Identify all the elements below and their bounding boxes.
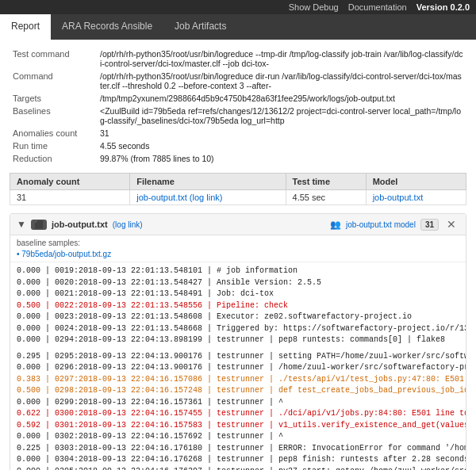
anomaly-count-cell: 31 — [10, 190, 130, 205]
info-value: 99.87% (from 7885 lines to 10) — [97, 152, 466, 165]
log-line: 0.000 | 0294:2018-09-13 22:04:13.898199 … — [17, 334, 459, 346]
log-line: 0.622 | 0300:2018-09-13 22:04:16.157455 … — [17, 408, 459, 420]
log-line: 0.000 | 0024:2018-09-13 22:01:13.548668 … — [17, 323, 459, 335]
job-icon: ⬛ — [31, 220, 47, 230]
info-label: Baselines — [10, 105, 97, 127]
test-time-cell: 4.55 sec — [286, 190, 366, 205]
tab-ara[interactable]: ARA Records Ansible — [51, 14, 163, 40]
log-line: 0.500 | 0022:2018-09-13 22:01:13.548556 … — [17, 300, 459, 312]
top-bar: Show Debug Documentation Version 0.2.0 — [0, 0, 476, 14]
info-value: <ZuulBuild id=79b5eda ref=refs/changes/1… — [97, 105, 466, 127]
info-label: Command — [10, 70, 97, 92]
people-icon: 👥 — [330, 220, 341, 230]
model-link[interactable]: job-output.txt — [373, 193, 424, 202]
info-label: Reduction — [10, 152, 97, 165]
log-line: 0.000 | 0302:2018-09-13 22:04:16.157692 … — [17, 431, 459, 443]
info-row: Baselines<ZuulBuild id=79b5eda ref=refs/… — [10, 105, 466, 127]
info-label: Run time — [10, 139, 97, 152]
baseline-area: baseline samples: 79b5eda/job-output.txt… — [10, 235, 466, 262]
info-value: /opt/rh/rh-python35/root/usr/bin/logredu… — [97, 70, 466, 92]
job-output-header: ▼ ⬛ job-output.txt (log link) 👥 job-outp… — [10, 214, 466, 235]
job-output-model-link[interactable]: job-output.txt model — [346, 220, 416, 229]
info-row: Run time4.55 seconds — [10, 139, 466, 152]
log-line: 0.225 | 0303:2018-09-13 22:04:16.176180 … — [17, 443, 459, 455]
info-table: Test command/opt/rh/rh-python35/root/usr… — [10, 48, 466, 165]
anomaly-table: Anomaly count Filename Test time Model 3… — [10, 173, 466, 205]
job-output-title: job-output.txt — [52, 220, 108, 229]
log-line: 0.383 | 0297:2018-09-13 22:04:16.157086 … — [17, 374, 459, 386]
info-row: Test command/opt/rh/rh-python35/root/usr… — [10, 48, 466, 70]
tab-report[interactable]: Report — [0, 14, 51, 40]
tab-artifacts[interactable]: Job Artifacts — [163, 14, 237, 40]
log-line: 0.500 | 0298:2018-09-13 22:04:16.157248 … — [17, 385, 459, 397]
col-test-time: Test time — [286, 174, 366, 190]
log-line: 0.000 | 0021:2018-09-13 22:01:13.548491 … — [17, 288, 459, 300]
filename-link[interactable]: job-output.txt (log link) — [136, 193, 222, 202]
info-value: /tmp/tmp2yxunem/2988664d5b9c4750b428a63f… — [97, 92, 466, 105]
log-line: 0.000 | 0299:2018-09-13 22:04:16.157361 … — [17, 397, 459, 409]
log-line: 0.000 | 0296:2018-09-13 22:04:13.900176 … — [17, 362, 459, 374]
log-line: 0.000 | 0305:2018-09-13 22:04:16.176397 … — [17, 466, 459, 471]
job-output-section: ▼ ⬛ job-output.txt (log link) 👥 job-outp… — [10, 213, 466, 470]
info-row: Anomalies count31 — [10, 127, 466, 139]
log-line: 0.000 | 0020:2018-09-13 22:01:13.548427 … — [17, 277, 459, 289]
documentation-link[interactable]: Documentation — [348, 2, 407, 12]
baseline-link[interactable]: 79b5eda/job-output.txt.gz — [17, 250, 111, 258]
version-label: Version 0.2.0 — [416, 2, 470, 12]
anomaly-badge: 31 — [420, 219, 439, 231]
col-model: Model — [366, 174, 466, 190]
log-line: 0.000 | 0304:2018-09-13 22:04:16.176268 … — [17, 454, 459, 466]
filename-cell: job-output.txt (log link) — [130, 190, 286, 205]
log-line: 0.592 | 0301:2018-09-13 22:04:16.157583 … — [17, 420, 459, 432]
info-label: Targets — [10, 92, 97, 105]
table-row: 31 job-output.txt (log link) 4.55 sec jo… — [10, 190, 466, 205]
close-button[interactable]: ✕ — [443, 218, 459, 231]
log-line: 0.295 | 0295:2018-09-13 22:04:13.900176 … — [17, 351, 459, 363]
col-filename: Filename — [130, 174, 286, 190]
info-value: 31 — [97, 127, 466, 139]
log-line: 0.000 | 0019:2018-09-13 22:01:13.548101 … — [17, 266, 459, 277]
col-anomaly-count: Anomaly count — [10, 174, 130, 190]
baseline-label: baseline samples: — [17, 239, 459, 247]
anomaly-section: Anomaly count Filename Test time Model 3… — [10, 173, 466, 205]
main-content: Test command/opt/rh/rh-python35/root/usr… — [0, 40, 476, 470]
info-row: Reduction99.87% (from 7885 lines to 10) — [10, 152, 466, 165]
model-cell: job-output.txt — [366, 190, 466, 205]
info-value: 4.55 seconds — [97, 139, 466, 152]
nav-tabs: Report ARA Records Ansible Job Artifacts — [0, 14, 476, 40]
info-row: Command/opt/rh/rh-python35/root/usr/bin/… — [10, 70, 466, 92]
job-output-log-link[interactable]: (log link) — [113, 220, 143, 229]
info-label: Anomalies count — [10, 127, 97, 139]
info-row: Targets/tmp/tmp2yxunem/2988664d5b9c4750b… — [10, 92, 466, 105]
log-line: 0.000 | 0023:2018-09-13 22:01:13.548608 … — [17, 311, 459, 323]
info-value: /opt/rh/rh-python35/root/usr/bin/logredu… — [97, 48, 466, 70]
job-output-right: 👥 job-output.txt model 31 ✕ — [330, 218, 459, 231]
show-debug-link[interactable]: Show Debug — [289, 2, 339, 12]
log-area: 0.000 | 0019:2018-09-13 22:01:13.548101 … — [10, 262, 466, 470]
info-label: Test command — [10, 48, 97, 70]
collapse-button[interactable]: ▼ — [17, 219, 26, 230]
